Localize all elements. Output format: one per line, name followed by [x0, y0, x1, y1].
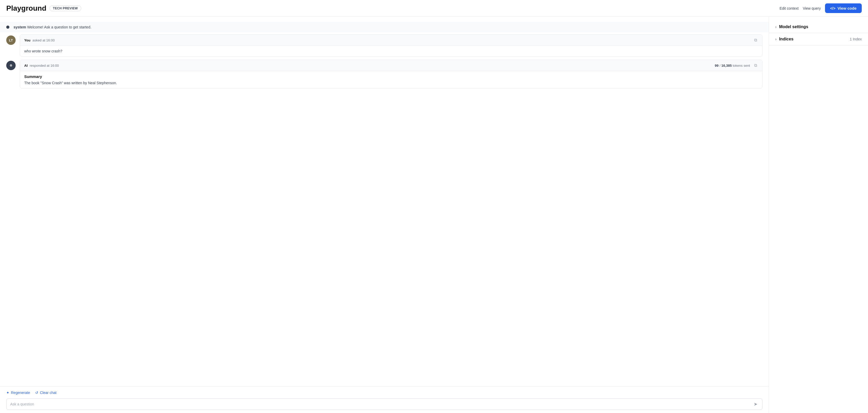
clear-chat-label: Clear chat [40, 390, 57, 395]
copy-icon: ⧉ [754, 38, 757, 42]
indices-header[interactable]: › Indices 1 Index [769, 33, 868, 45]
ai-message-row: ⚙ AI responded at 16:00 99 / [0, 60, 769, 88]
indices-badge: 1 Index [850, 37, 862, 41]
send-icon: ➤ [754, 402, 757, 407]
model-settings-title: Model settings [779, 25, 808, 29]
ai-message-bubble: AI responded at 16:00 99 / 16,385 tokens… [20, 60, 763, 88]
copy-icon-2: ⧉ [754, 63, 757, 67]
system-sender: system [13, 25, 26, 29]
regenerate-label: Regenerate [11, 390, 30, 395]
model-settings-header[interactable]: › Model settings [769, 21, 868, 33]
system-message-text: system Welcome! Ask a question to get st… [13, 25, 91, 29]
tokens-sent-label: tokens sent [733, 64, 750, 67]
token-info: 99 / 16,385 tokens sent [715, 64, 750, 67]
regenerate-button[interactable]: ✦ Regenerate [6, 389, 30, 396]
ai-message-body: Summary The book "Snow Crash" was writte… [20, 71, 762, 88]
code-icon: </> [830, 6, 835, 10]
ai-message-summary-title: Summary [24, 74, 758, 79]
user-message-header-left: You asked at 16:00 [24, 38, 55, 42]
chat-footer: ✦ Regenerate ↺ Clear chat ➤ [0, 386, 769, 413]
ai-message-copy-button[interactable]: ⧉ [753, 63, 758, 68]
user-avatar: LT [6, 35, 16, 45]
indices-chevron-icon: › [775, 37, 777, 41]
chat-input-container: ➤ [6, 399, 763, 410]
user-message-row: LT You asked at 16:00 ⧉ who [0, 34, 769, 57]
view-code-label: View code [838, 6, 857, 10]
model-settings-left: › Model settings [775, 25, 808, 29]
user-message-sender: You [24, 38, 30, 42]
user-message-text: who wrote snow crash? [24, 49, 62, 53]
chat-messages: system Welcome! Ask a question to get st… [0, 17, 769, 386]
token-total: 16,385 [721, 64, 732, 67]
user-message-body: who wrote snow crash? [20, 46, 762, 56]
chat-area: system Welcome! Ask a question to get st… [0, 17, 769, 413]
user-avatar-initials: LT [9, 38, 13, 42]
header-right: Edit context View query </> View code [779, 3, 862, 13]
header-left: Playground TECH PREVIEW [6, 4, 81, 12]
ai-avatar-icon: ⚙ [10, 64, 12, 67]
chat-actions: ✦ Regenerate ↺ Clear chat [6, 389, 763, 396]
page-title: Playground [6, 4, 46, 12]
indices-title: Indices [779, 37, 794, 41]
tech-preview-badge: TECH PREVIEW [50, 5, 81, 11]
system-dot-icon [6, 26, 9, 29]
indices-section: › Indices 1 Index [769, 33, 868, 46]
ai-message-header-right: 99 / 16,385 tokens sent ⧉ [715, 63, 758, 68]
ai-avatar: ⚙ [6, 61, 16, 70]
ai-message-header: AI responded at 16:00 99 / 16,385 tokens… [20, 60, 762, 71]
sparkle-icon: ✦ [6, 390, 9, 395]
chat-input[interactable] [10, 402, 753, 406]
refresh-icon: ↺ [35, 390, 38, 395]
user-message-header: You asked at 16:00 ⧉ [20, 35, 762, 46]
ai-message-header-left: AI responded at 16:00 [24, 64, 59, 67]
view-code-button[interactable]: </> View code [825, 3, 862, 13]
header: Playground TECH PREVIEW Edit context Vie… [0, 0, 868, 17]
system-message-content: Welcome! Ask a question to get started. [27, 25, 91, 29]
main-layout: system Welcome! Ask a question to get st… [0, 17, 868, 413]
right-sidebar: › Model settings › Indices 1 Index [769, 17, 868, 413]
indices-left: › Indices [775, 37, 794, 41]
system-message-row: system Welcome! Ask a question to get st… [0, 22, 769, 32]
clear-chat-button[interactable]: ↺ Clear chat [35, 389, 57, 396]
edit-context-button[interactable]: Edit context [779, 6, 799, 10]
send-button[interactable]: ➤ [753, 401, 758, 407]
view-query-button[interactable]: View query [803, 6, 821, 10]
ai-message-sender: AI [24, 64, 28, 67]
model-settings-chevron-icon: › [775, 25, 777, 29]
user-message-copy-button[interactable]: ⧉ [753, 37, 758, 43]
ai-message-time-value: responded at 16:00 [30, 64, 59, 67]
token-count: 99 [715, 64, 718, 67]
ai-message-text: The book "Snow Crash" was written by Nea… [24, 81, 117, 85]
model-settings-section: › Model settings [769, 21, 868, 33]
user-message-time-value: asked at 16:00 [33, 38, 55, 42]
user-message-bubble: You asked at 16:00 ⧉ who wrote snow cras… [20, 34, 763, 57]
